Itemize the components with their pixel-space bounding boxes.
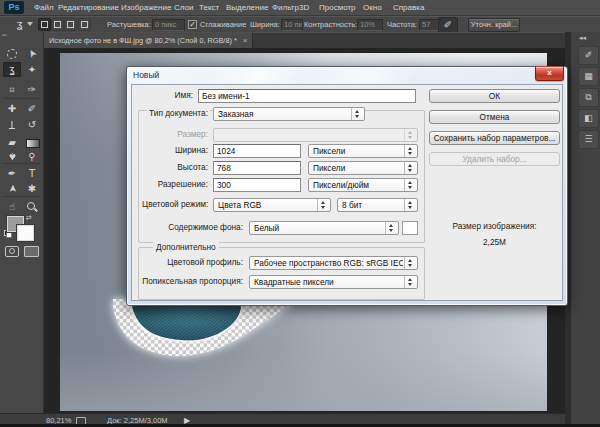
menu-слои[interactable]: Слои: [174, 0, 193, 15]
pixel-aspect-select-stepper-icon[interactable]: [404, 276, 416, 288]
panel-adjustments-icon[interactable]: ◧: [578, 109, 599, 128]
screen-mode-button[interactable]: [24, 246, 39, 257]
doc-type-label: Тип документа:: [140, 107, 210, 119]
tool-preset-icon[interactable]: ʓ: [12, 18, 27, 31]
hand-tool[interactable]: ☝︎: [3, 199, 21, 214]
resolution-label: Разрешение:: [140, 178, 210, 190]
contrast-input[interactable]: 10%: [357, 19, 383, 31]
image-size-label: Размер изображения:: [429, 221, 560, 231]
background-color-swatch[interactable]: [402, 221, 418, 235]
save-preset-button[interactable]: Сохранить набор параметров...: [429, 131, 560, 145]
toolbar-grip[interactable]: ▪▪: [2, 34, 12, 37]
lasso-tool[interactable]: ʓ: [3, 62, 21, 77]
tool-preset-caret-icon[interactable]: [27, 22, 33, 26]
type-tool[interactable]: T: [23, 166, 41, 181]
panel-layers-icon[interactable]: ⧉: [578, 88, 599, 107]
healing-tool[interactable]: ✚: [3, 101, 21, 116]
color-mode-select-stepper-icon[interactable]: [317, 199, 329, 211]
stamp-tool[interactable]: T: [3, 117, 21, 132]
eyedropper-tool[interactable]: ✑: [23, 82, 41, 97]
menu-текст[interactable]: Текст: [199, 0, 219, 15]
color-profile-select-stepper-icon[interactable]: [404, 257, 416, 269]
resolution-unit-select[interactable]: Пиксели/дюйм: [308, 178, 418, 192]
quick-mask-button[interactable]: [5, 246, 19, 257]
bit-depth-select[interactable]: 8 бит: [337, 198, 418, 212]
dialog-close-button[interactable]: x: [535, 66, 564, 81]
background-label: Содержимое фона:: [140, 221, 245, 233]
pixel-aspect-label: Попиксельная пропорция:: [140, 275, 245, 287]
name-input[interactable]: Без имени-1: [198, 89, 416, 103]
ok-button[interactable]: ОК: [429, 89, 560, 103]
document-tab[interactable]: Исходное фото не в ФШ.jpg @ 80,2% (Слой …: [44, 33, 253, 49]
antialias-checkbox[interactable]: ✓: [188, 20, 197, 29]
menu-файл[interactable]: Файл: [34, 0, 54, 15]
refine-edge-button[interactable]: Уточн. край...: [468, 18, 520, 32]
eraser-tool[interactable]: ▰: [3, 135, 21, 150]
frequency-input[interactable]: 57: [419, 19, 439, 31]
crop-tool[interactable]: ⌗: [3, 82, 21, 97]
doc-type-select[interactable]: Заказная: [213, 107, 365, 121]
brush-tool[interactable]: ✐: [23, 101, 41, 116]
width-input[interactable]: 10 пикс: [281, 19, 303, 31]
selection-intersect-button[interactable]: [78, 18, 91, 31]
dialog-title: Новый: [133, 69, 159, 81]
antialias-label: Сглаживание: [200, 19, 246, 31]
magic-wand-tool[interactable]: ✦: [23, 62, 41, 77]
dock-collapse-icon[interactable]: ◂◂: [579, 34, 586, 41]
cancel-button[interactable]: Отмена: [429, 110, 560, 124]
size-select-stepper-icon[interactable]: [404, 129, 416, 141]
width-input[interactable]: 1024: [213, 144, 301, 158]
pixel-aspect-select[interactable]: Квадратные пиксели: [249, 275, 418, 289]
toolbar: ▪▪ ➤ʓ✦⌗✑✚✐T↺▰♠⚲✒T➤✱☝︎ ⇄: [0, 32, 44, 413]
selection-new-button[interactable]: [38, 18, 51, 31]
feather-input[interactable]: 0 пикс: [152, 19, 185, 31]
pen-tool[interactable]: ✒: [3, 166, 21, 181]
size-select[interactable]: [213, 128, 418, 142]
background-color-swatch[interactable]: [17, 225, 34, 241]
width-unit-select-stepper-icon[interactable]: [404, 145, 416, 157]
blur-tool[interactable]: ♠: [3, 149, 21, 164]
color-profile-select[interactable]: Рабочее пространство RGB: sRGB IEC619…: [249, 256, 418, 270]
toolbar-separator: [3, 98, 40, 99]
color-mode-select[interactable]: Цвета RGB: [213, 198, 331, 212]
doc-type-select-stepper-icon[interactable]: [351, 108, 363, 120]
shape-tool[interactable]: ✱: [23, 181, 41, 196]
name-label: Имя:: [140, 89, 195, 101]
menu-3d[interactable]: 3D: [299, 0, 309, 15]
resolution-input[interactable]: 300: [213, 178, 301, 192]
panel-presets-icon[interactable]: ☰: [578, 130, 599, 149]
menu-справка[interactable]: Справка: [393, 0, 424, 15]
tab-close-icon[interactable]: ×: [240, 33, 250, 49]
history-brush-tool[interactable]: ↺: [23, 117, 41, 132]
selection-add-button[interactable]: [51, 18, 64, 31]
dodge-tool[interactable]: ⚲: [23, 149, 41, 164]
menu-выделение[interactable]: Выделение: [226, 0, 268, 15]
height-input[interactable]: 768: [213, 161, 301, 175]
panel-swatches-icon[interactable]: ▦: [578, 67, 599, 86]
zoom-tool[interactable]: [23, 199, 41, 214]
menu-изображение[interactable]: Изображение: [121, 0, 171, 15]
new-document-dialog: Новый x Дополнительно Имя:Без имени-1Тип…: [126, 66, 568, 306]
path-select-tool[interactable]: ➤: [3, 181, 21, 196]
menu-просмотр[interactable]: Просмотр: [319, 0, 356, 15]
bit-depth-select-stepper-icon[interactable]: [404, 199, 416, 211]
swap-colors-icon[interactable]: ⇄: [26, 214, 32, 221]
selection-subtract-button[interactable]: [64, 18, 77, 31]
menu-редактирование[interactable]: Редактирование: [58, 0, 119, 15]
background-select-stepper-icon[interactable]: [385, 222, 397, 234]
height-unit-select[interactable]: Пиксели: [308, 161, 418, 175]
width-unit-select[interactable]: Пиксели: [308, 144, 418, 158]
width-label: Ширина:: [140, 144, 210, 156]
panel-brush-icon[interactable]: ✐: [578, 46, 599, 65]
dialog-body: Дополнительно Имя:Без имени-1Тип докумен…: [131, 84, 563, 301]
color-profile-label: Цветовой профиль:: [140, 256, 245, 268]
background-select[interactable]: Белый: [249, 221, 399, 235]
move-tool[interactable]: ➤: [23, 46, 41, 61]
menu-окно[interactable]: Окно: [363, 0, 382, 15]
height-unit-select-stepper-icon[interactable]: [404, 162, 416, 174]
marquee-tool[interactable]: [3, 46, 21, 61]
menu-фильтр[interactable]: Фильтр: [272, 0, 299, 15]
gradient-tool[interactable]: [23, 135, 41, 150]
right-dock: ◂◂ ✐▦⧉◧☰: [565, 32, 600, 427]
resolution-unit-select-stepper-icon[interactable]: [404, 179, 416, 191]
